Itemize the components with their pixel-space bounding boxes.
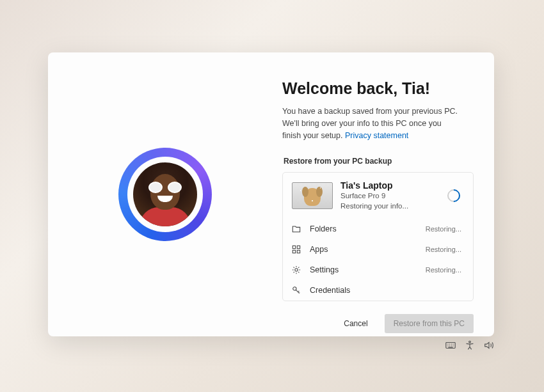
accessibility-icon[interactable] (464, 340, 476, 354)
key-icon (292, 286, 301, 295)
restore-item-status: Restoring... (426, 246, 461, 253)
backup-device-name: Tia's Laptop (340, 180, 440, 191)
restore-item-credentials: Credentials (283, 280, 473, 301)
page-description: You have a backup saved from your previo… (282, 106, 474, 141)
user-avatar (133, 162, 197, 226)
oobe-restore-dialog: Welcome back, Tia! You have a backup sav… (48, 52, 494, 336)
restore-section-label: Restore from your PC backup (282, 157, 474, 166)
restore-item-status: Restoring... (426, 225, 461, 233)
svg-point-7 (469, 341, 471, 343)
svg-rect-3 (297, 251, 300, 253)
restore-item-label: Settings (310, 265, 417, 274)
avatar-panel (48, 52, 282, 336)
backup-card: Tia's Laptop Surface Pro 9 Restoring you… (282, 172, 474, 301)
content-panel: Welcome back, Tia! You have a backup sav… (282, 52, 494, 336)
svg-point-4 (295, 269, 298, 271)
backup-info: Tia's Laptop Surface Pro 9 Restoring you… (340, 180, 440, 211)
avatar-ring (118, 148, 212, 241)
keyboard-icon[interactable] (445, 340, 456, 354)
apps-icon (292, 245, 301, 254)
backup-status: Restoring your info... (340, 201, 440, 211)
taskbar-tray (445, 340, 495, 354)
restore-item-apps: Apps Restoring... (283, 239, 473, 260)
volume-icon[interactable] (483, 340, 495, 354)
svg-rect-2 (292, 251, 295, 253)
restore-item-folders: Folders Restoring... (283, 219, 473, 239)
restore-item-status: Restoring... (426, 266, 461, 274)
page-title: Welcome back, Tia! (282, 79, 474, 98)
svg-rect-1 (297, 246, 300, 249)
gear-icon (292, 265, 301, 274)
restore-button[interactable]: Restore from this PC (385, 314, 474, 333)
restore-item-settings: Settings Restoring... (283, 260, 473, 280)
privacy-statement-link[interactable]: Privacy statement (345, 131, 408, 140)
backup-header: Tia's Laptop Surface Pro 9 Restoring you… (283, 173, 473, 219)
backup-thumbnail (292, 182, 333, 209)
svg-rect-0 (292, 246, 295, 249)
cancel-button[interactable]: Cancel (335, 314, 376, 333)
restore-item-label: Folders (310, 224, 417, 233)
loading-spinner-icon (445, 187, 463, 205)
restore-item-label: Credentials (310, 286, 452, 295)
dialog-buttons: Cancel Restore from this PC (282, 301, 474, 333)
backup-device-model: Surface Pro 9 (340, 191, 440, 201)
folder-icon (292, 224, 301, 233)
restore-item-label: Apps (310, 245, 417, 254)
